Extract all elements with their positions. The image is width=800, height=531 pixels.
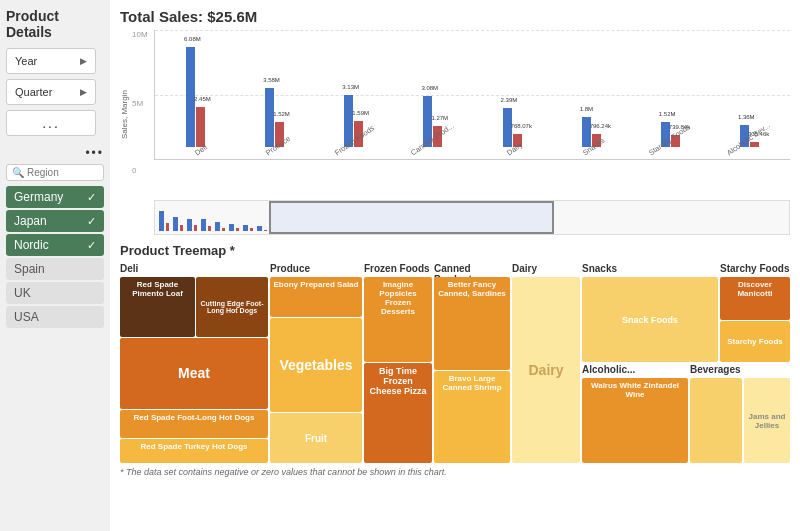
bar-group-frozen: 3.13M 1.59M Frozen Foods <box>317 95 390 159</box>
bar-group-snacks: 1.8M 796.24k Snacks <box>555 117 628 159</box>
tm-cell-meat[interactable]: Meat <box>120 338 268 409</box>
tm-snacks-label: Snacks <box>582 263 718 277</box>
filter-item-nordic[interactable]: Nordic ✓ <box>6 234 104 256</box>
content-area: Total Sales: $25.6M Sales, Margin 10M 5M… <box>110 0 800 531</box>
filter-options-button[interactable]: ••• <box>6 146 104 160</box>
bar-chart-area: 10M 5M 0 <box>132 30 790 200</box>
check-icon-japan: ✓ <box>87 215 96 228</box>
tm-cell-jams[interactable]: Jams and Jellies <box>744 378 790 463</box>
tm-cell-pimento[interactable]: Red Spade Pimento Loaf <box>120 277 195 337</box>
tm-cell-walrus[interactable]: Walrus White Zinfandel Wine <box>582 378 688 463</box>
quarter-filter-button[interactable]: Quarter ▶ <box>6 79 96 105</box>
treemap-jams: Jams and Jellies <box>744 364 790 463</box>
filter-item-uk[interactable]: UK <box>6 282 104 304</box>
main-container: Product Details Year ▶ Quarter ▶ ... •••… <box>0 0 800 531</box>
filter-item-spain[interactable]: Spain <box>6 258 104 280</box>
treemap-deli: Deli Red Spade Pimento Loaf Cutting Edge… <box>120 263 268 463</box>
mini-bar-red-5 <box>222 228 225 231</box>
search-icon: 🔍 <box>12 167 24 178</box>
tm-cell-ebony[interactable]: Ebony Prepared Salad <box>270 277 362 317</box>
mini-bar-red-6 <box>236 228 239 231</box>
tm-cell-dairy[interactable]: Dairy <box>512 277 580 463</box>
y-labels: 10M 5M 0 <box>132 30 154 175</box>
blue-bar-produce <box>265 88 274 147</box>
mini-bar-1 <box>159 211 164 231</box>
bar-label-red-snacks: 796.24k <box>590 123 611 129</box>
mini-bar-7 <box>243 225 248 231</box>
treemap-note: * The data set contains negative or zero… <box>120 467 790 477</box>
tm-cell-better[interactable]: Better Fancy Canned, Sardines <box>434 277 510 370</box>
treemap-frozen: Frozen Foods Imagine Popsicles Frozen De… <box>364 263 432 463</box>
tm-cell-beverages[interactable] <box>690 378 742 463</box>
tm-deli-top-right: Cutting Edge Foot-Long Hot Dogs <box>196 277 268 337</box>
tm-starchy-label: Starchy Foods <box>720 263 790 277</box>
tm-deli-top: Red Spade Pimento Loaf Cutting Edge Foot… <box>120 277 268 337</box>
mini-bar-red-8 <box>264 230 267 231</box>
tm-deli-mid: Meat <box>120 338 268 409</box>
bar-group-deli: 6.08M 2.45M Deli <box>159 47 232 159</box>
tm-cell-imagine[interactable]: Imagine Popsicles Frozen Desserts <box>364 277 432 362</box>
range-selector[interactable] <box>269 201 554 234</box>
treemap-grid: Deli Red Spade Pimento Loaf Cutting Edge… <box>120 263 790 463</box>
treemap-starchy: Starchy Foods Discover Manicotti Starchy… <box>720 263 790 362</box>
mini-bar-3 <box>187 219 192 231</box>
filter-item-germany[interactable]: Germany ✓ <box>6 186 104 208</box>
bar-label-blue-frozen: 3.13M <box>342 84 359 90</box>
tm-cell-snackfoods[interactable]: Snack Foods <box>582 277 718 362</box>
filter-item-japan[interactable]: Japan ✓ <box>6 210 104 232</box>
tm-cell-bigtime[interactable]: Big Time Frozen Cheese Pizza <box>364 363 432 463</box>
filter-label-usa: USA <box>14 310 39 324</box>
tm-deli-label: Deli <box>120 263 268 277</box>
mini-bar-5 <box>215 222 220 231</box>
check-icon-nordic: ✓ <box>87 239 96 252</box>
bars-produce: 3.58M 1.52M <box>238 88 311 147</box>
tm-cell-bravo[interactable]: Bravo Large Canned Shrimp <box>434 371 510 464</box>
mini-chart[interactable] <box>154 200 790 235</box>
treemap-dairy: Dairy Dairy <box>512 263 580 463</box>
dots-label: ... <box>42 115 60 131</box>
tm-dairy-body: Dairy <box>512 277 580 463</box>
mini-bar-red-2 <box>180 225 183 231</box>
tm-produce-body: Ebony Prepared Salad Vegetables Fruit <box>270 277 362 463</box>
chart-title: Total Sales: $25.6M <box>120 8 790 25</box>
filter-item-usa[interactable]: USA <box>6 306 104 328</box>
region-search-box[interactable]: 🔍 <box>6 164 104 181</box>
region-filter-section: ••• 🔍 Germany ✓ Japan ✓ Nordic ✓ Spain <box>6 146 104 328</box>
year-filter-button[interactable]: Year ▶ <box>6 48 96 74</box>
mini-bar-2 <box>173 217 178 231</box>
mini-bar-4 <box>201 219 206 231</box>
tm-cell-redspade-foot[interactable]: Red Spade Foot-Long Hot Dogs <box>120 410 268 438</box>
tm-starchy-body: Discover Manicotti Starchy Foods <box>720 277 790 362</box>
chart-section: Total Sales: $25.6M Sales, Margin 10M 5M… <box>120 8 790 235</box>
tm-cell-vegetables[interactable]: Vegetables <box>270 318 362 412</box>
bar-red-alco: 305.46k <box>750 142 759 147</box>
tm-cell-cutting[interactable]: Cutting Edge Foot-Long Hot Dogs <box>196 277 268 337</box>
tm-produce-label: Produce <box>270 263 362 277</box>
treemap-alcoholic: Alcoholic... Walrus White Zinfandel Wine <box>582 364 688 463</box>
mini-bar-red-1 <box>166 223 169 231</box>
tm-canned-body: Better Fancy Canned, Sardines Bravo Larg… <box>434 277 510 463</box>
bars-container: 6.08M 2.45M Deli <box>154 30 790 160</box>
tm-dairy-label: Dairy <box>512 263 580 277</box>
more-options-button[interactable]: ... <box>6 110 96 136</box>
tm-cell-discover[interactable]: Discover Manicotti <box>720 277 790 320</box>
tm-cell-redspade-turkey[interactable]: Red Spade Turkey Hot Dogs <box>120 439 268 463</box>
bar-group-alco: 1.36M 305.46k Alcoholic Bev... <box>713 125 786 159</box>
bar-label-blue-alco: 1.36M <box>738 114 755 120</box>
year-filter-label: Year <box>15 55 37 67</box>
bars-dairy: 2.39M 768.07k <box>476 108 549 147</box>
tm-cell-fruit[interactable]: Fruit <box>270 413 362 463</box>
tm-canned-label: Canned Products <box>434 263 510 277</box>
bar-label-red-produce: 1.52M <box>273 111 290 117</box>
mini-bar-red-3 <box>194 225 197 231</box>
bar-red-deli: 2.45M <box>196 107 205 147</box>
filter-label-japan: Japan <box>14 214 47 228</box>
filter-label-uk: UK <box>14 286 31 300</box>
bar-label-blue-deli: 6.08M <box>184 36 201 42</box>
treemap-canned: Canned Products Better Fancy Canned, Sar… <box>434 263 510 463</box>
mini-bar-red-4 <box>208 226 211 231</box>
bar-label-red-frozen: 1.59M <box>352 110 369 116</box>
search-input[interactable] <box>27 167 87 178</box>
tm-cell-starchyfoods[interactable]: Starchy Foods <box>720 321 790 362</box>
y-mid-label: 5M <box>132 98 143 107</box>
